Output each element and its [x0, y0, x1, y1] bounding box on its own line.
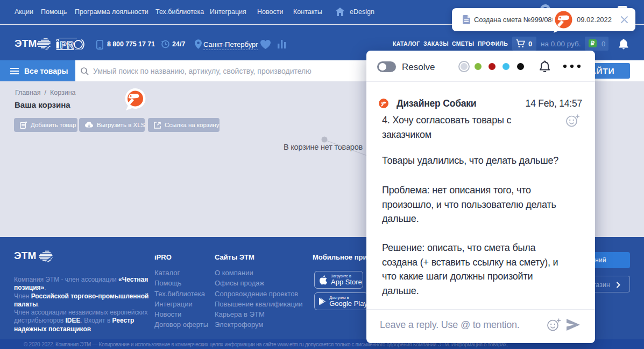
svg-text:PR: PR: [60, 40, 74, 50]
